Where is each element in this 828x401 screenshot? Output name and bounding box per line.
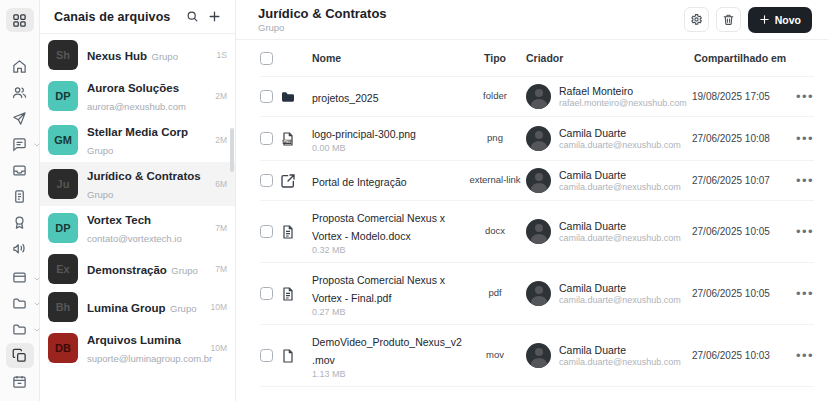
creator-text: Camila Duarte camila.duarte@nexushub.com bbox=[559, 220, 681, 243]
creator-email: camila.duarte@nexushub.com bbox=[559, 233, 681, 243]
trash-icon bbox=[722, 13, 735, 26]
file-name: DemoVideo_Produto_Nexus_v2.mov bbox=[312, 336, 462, 366]
file-type: png bbox=[464, 132, 526, 144]
calendar-icon[interactable] bbox=[6, 369, 34, 393]
templates-icon[interactable] bbox=[6, 184, 34, 208]
row-menu-button[interactable]: ••• bbox=[796, 227, 824, 237]
row-menu-button[interactable]: ••• bbox=[796, 92, 824, 102]
column-header-type[interactable]: Tipo bbox=[464, 52, 526, 64]
avatar: Ex bbox=[48, 254, 78, 284]
creator-name: Camila Duarte bbox=[559, 220, 681, 232]
tag-icon[interactable] bbox=[6, 210, 34, 234]
file-size: 0.27 MB bbox=[312, 307, 464, 317]
delete-button[interactable] bbox=[716, 7, 741, 32]
cards-icon[interactable] bbox=[6, 266, 34, 290]
table-row[interactable]: Proposta Comercial Nexus x Vortex - Fina… bbox=[260, 263, 814, 325]
channel-age-badge: 7M bbox=[215, 223, 227, 233]
home-icon[interactable] bbox=[6, 55, 34, 79]
row-checkbox[interactable] bbox=[260, 132, 273, 145]
creator-text: Camila Duarte camila.duarte@nexushub.com bbox=[559, 127, 681, 150]
table-row[interactable]: logo-principal-300.png 0.00 MB png Camil… bbox=[260, 117, 814, 161]
channel-item-nexus-hub[interactable]: Sh Nexus Hub Grupo 1S bbox=[40, 36, 235, 74]
png-file-icon bbox=[280, 131, 312, 147]
send-icon[interactable] bbox=[6, 106, 34, 130]
search-icon bbox=[186, 10, 199, 23]
row-checkbox[interactable] bbox=[260, 287, 273, 300]
file-type: docx bbox=[464, 225, 526, 237]
channel-age-badge: 6M bbox=[215, 179, 227, 189]
creator-cell: Camila Duarte camila.duarte@nexushub.com bbox=[526, 126, 692, 151]
contacts-icon[interactable] bbox=[6, 80, 34, 104]
search-button[interactable] bbox=[181, 6, 203, 28]
main-panel: Jurídico & Contratos Grupo Novo Nome Tip… bbox=[236, 0, 828, 401]
creator-name: Rafael Monteiro bbox=[559, 85, 687, 97]
campaigns-icon[interactable] bbox=[6, 236, 34, 260]
channel-text: Demonstração Grupo bbox=[87, 260, 211, 278]
creator-text: Camila Duarte camila.duarte@nexushub.com bbox=[559, 282, 681, 305]
mov-file-icon bbox=[280, 348, 312, 364]
channel-item-aurora-solucoes[interactable]: DP Aurora Soluções aurora@nexushub.com 2… bbox=[40, 74, 235, 118]
channel-name: Arquivos Lumina bbox=[87, 334, 181, 346]
channel-subtitle: contato@vortextech.io bbox=[87, 233, 182, 244]
file-name: logo-principal-300.png bbox=[312, 128, 426, 140]
creator-text: Rafael Monteiro rafael.monteiro@nexushub… bbox=[559, 85, 687, 108]
row-menu-button[interactable]: ••• bbox=[796, 289, 824, 299]
channel-subtitle: aurora@nexushub.com bbox=[87, 101, 186, 112]
apps-grid-icon[interactable] bbox=[6, 8, 34, 32]
table-row[interactable]: Portal de Integração external-link Camil… bbox=[260, 161, 814, 201]
creator-email: rafael.monteiro@nexushub.com bbox=[559, 98, 687, 108]
column-header-shared[interactable]: Compartilhado em bbox=[692, 52, 796, 64]
channel-item-stellar-media-corp[interactable]: GM Stellar Media Corp Grupo 2M bbox=[40, 118, 235, 162]
channel-text: Lumina Group Grupo bbox=[87, 298, 206, 316]
table-row[interactable]: projetos_2025 folder Rafael Monteiro raf… bbox=[260, 77, 814, 117]
select-all-checkbox[interactable] bbox=[260, 52, 273, 65]
file-name: Proposta Comercial Nexus x Vortex - Mode… bbox=[312, 212, 445, 242]
channel-subtitle: Grupo bbox=[170, 303, 196, 314]
column-header-name[interactable]: Nome bbox=[312, 52, 464, 64]
channel-item-demonstracao[interactable]: Ex Demonstração Grupo 7M bbox=[40, 250, 235, 288]
row-menu-button[interactable]: ••• bbox=[796, 176, 824, 186]
table-row[interactable]: DemoVideo_Produto_Nexus_v2.mov 1.13 MB m… bbox=[260, 325, 814, 387]
row-checkbox[interactable] bbox=[260, 90, 273, 103]
channel-age-badge: 10M bbox=[210, 343, 227, 353]
sidebar-scrollbar[interactable] bbox=[230, 128, 234, 172]
row-checkbox[interactable] bbox=[260, 225, 273, 238]
channel-item-vortex-tech[interactable]: DP Vortex Tech contato@vortextech.io 7M bbox=[40, 206, 235, 250]
folder-icon[interactable] bbox=[6, 291, 34, 315]
file-type: external-link bbox=[464, 174, 526, 186]
creator-text: Camila Duarte camila.duarte@nexushub.com bbox=[559, 169, 681, 192]
file-name-cell: Portal de Integração bbox=[312, 172, 464, 190]
channel-age-badge: 7M bbox=[215, 264, 227, 274]
files-icon[interactable] bbox=[6, 343, 34, 367]
column-header-creator[interactable]: Criador bbox=[526, 52, 692, 64]
creator-name: Camila Duarte bbox=[559, 169, 681, 181]
shared-date: 19/08/2025 17:05 bbox=[692, 91, 796, 102]
folder-icon[interactable] bbox=[6, 317, 34, 341]
file-name-cell: Proposta Comercial Nexus x Vortex - Mode… bbox=[312, 208, 464, 255]
row-menu-button[interactable]: ••• bbox=[796, 134, 824, 144]
add-channel-button[interactable] bbox=[203, 6, 225, 28]
header-actions: Novo bbox=[684, 7, 812, 33]
creator-avatar bbox=[526, 219, 551, 244]
channel-item-lumina-group[interactable]: Bh Lumina Group Grupo 10M bbox=[40, 288, 235, 326]
row-checkbox[interactable] bbox=[260, 174, 273, 187]
channel-subtitle: Grupo bbox=[152, 51, 178, 62]
settings-button[interactable] bbox=[684, 7, 709, 32]
channel-item-juridico-contratos[interactable]: Ju Jurídico & Contratos Grupo 6M bbox=[40, 162, 235, 206]
creator-avatar bbox=[526, 343, 551, 368]
row-menu-button[interactable]: ••• bbox=[796, 351, 824, 361]
row-checkbox[interactable] bbox=[260, 349, 273, 362]
chats-icon[interactable] bbox=[6, 132, 34, 156]
file-type: mov bbox=[464, 349, 526, 361]
creator-name: Camila Duarte bbox=[559, 127, 681, 139]
shared-date: 27/06/2025 10:05 bbox=[692, 226, 796, 237]
inbox-icon[interactable] bbox=[6, 158, 34, 182]
channel-item-arquivos-lumina[interactable]: DB Arquivos Lumina suporte@luminagroup.c… bbox=[40, 326, 235, 370]
file-name-cell: projetos_2025 bbox=[312, 88, 464, 106]
table-row[interactable]: Proposta Comercial Nexus x Vortex - Mode… bbox=[260, 201, 814, 263]
new-button[interactable]: Novo bbox=[748, 7, 812, 33]
plus-icon bbox=[759, 14, 770, 25]
page-subtitle: Grupo bbox=[258, 22, 684, 33]
avatar: GM bbox=[48, 125, 78, 155]
channel-age-badge: 2M bbox=[215, 91, 227, 101]
